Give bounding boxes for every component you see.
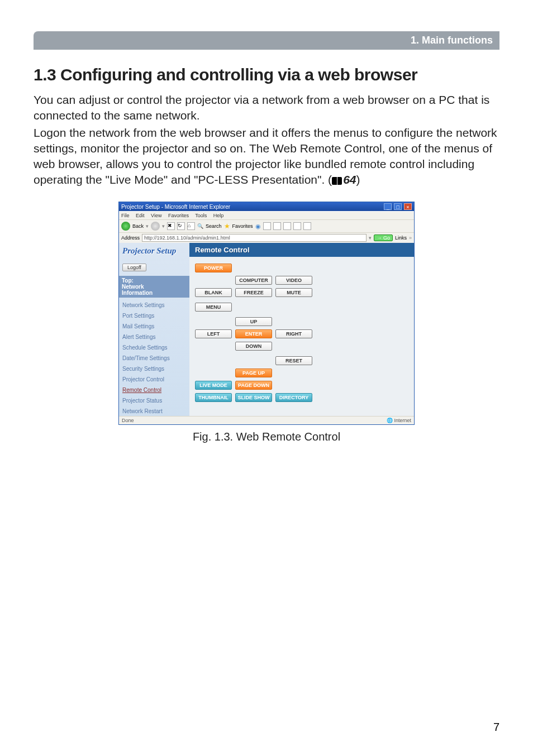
sidebar-head-information: Information [122, 290, 187, 296]
minimize-icon[interactable]: _ [384, 203, 392, 210]
address-label: Address [121, 235, 140, 241]
back-icon[interactable] [121, 222, 130, 231]
sidebar-list: Network Settings Port Settings Mail Sett… [122, 300, 186, 417]
sidebar-item-datetime-settings[interactable]: Date/Time Settings [122, 353, 186, 363]
livemode-button[interactable]: LIVE MODE [195, 381, 232, 390]
mute-button[interactable]: MUTE [275, 288, 312, 297]
main-panel: Remote Control POWER COMPUTERVIDEO BLANK… [189, 243, 414, 416]
paragraph-1: You can adjust or control the projector … [34, 92, 499, 123]
sidebar-head-network: Network [122, 284, 187, 290]
ie-toolbar: Back ▾ ▾ ✖ ↻ ⌂ 🔍 Search ★ Favorites ◉ [119, 219, 414, 233]
status-right-text: Internet [394, 418, 411, 423]
ie-title-text: Projector Setup - Microsoft Internet Exp… [121, 204, 230, 210]
print-icon[interactable] [283, 222, 291, 230]
sidebar-item-network-settings[interactable]: Network Settings [122, 300, 186, 310]
menu-edit[interactable]: Edit [136, 213, 145, 218]
refresh-icon[interactable]: ↻ [177, 222, 185, 230]
go-label: Go [383, 235, 390, 241]
menu-button[interactable]: MENU [195, 303, 232, 312]
paragraph-2b: ) [356, 173, 360, 186]
sidebar-item-schedule-settings[interactable]: Schedule Settings [122, 342, 186, 353]
sidebar: Projector Setup Logoff Top: Network Info… [119, 243, 189, 416]
section-heading: 1.3 Configuring and controlling via a we… [34, 65, 499, 84]
status-left: Done [122, 418, 134, 423]
panel-title: Remote Control [189, 243, 414, 257]
figure-caption: Fig. 1.3. Web Remote Control [118, 430, 415, 443]
home-icon[interactable]: ⌂ [187, 222, 195, 230]
forward-icon[interactable] [151, 222, 160, 231]
up-button[interactable]: UP [235, 317, 272, 326]
power-button[interactable]: POWER [195, 264, 232, 272]
status-right: 🌐 Internet [387, 418, 411, 423]
pageup-button[interactable]: PAGE UP [235, 369, 272, 377]
search-text[interactable]: Search [206, 223, 222, 229]
go-button[interactable]: → Go [374, 235, 393, 241]
menu-help[interactable]: Help [213, 213, 224, 218]
page-number: 7 [493, 721, 499, 734]
sidebar-item-mail-settings[interactable]: Mail Settings [122, 321, 186, 332]
menu-file[interactable]: File [121, 213, 130, 218]
favorites-icon[interactable]: ★ [224, 222, 230, 230]
history-icon[interactable] [263, 222, 271, 230]
computer-button[interactable]: COMPUTER [235, 276, 272, 285]
thumbnail-button[interactable]: THUMBNAIL [195, 393, 232, 402]
pagedown-button[interactable]: PAGE DOWN [235, 381, 272, 390]
ie-content: Projector Setup Logoff Top: Network Info… [119, 243, 414, 416]
sidebar-title: Projector Setup [122, 246, 186, 256]
slideshow-button[interactable]: SLIDE SHOW [235, 393, 272, 402]
freeze-button[interactable]: FREEZE [235, 288, 272, 297]
sidebar-item-port-settings[interactable]: Port Settings [122, 310, 186, 321]
page-ref: 64 [343, 173, 356, 186]
sidebar-item-projector-control[interactable]: Projector Control [122, 374, 186, 385]
paragraph-2a: Logon the network from the web browser a… [34, 126, 497, 185]
maximize-icon[interactable]: □ [394, 203, 402, 210]
menu-favorites[interactable]: Favorites [168, 213, 189, 218]
sidebar-header: Top: Network Information [119, 276, 189, 298]
video-button[interactable]: VIDEO [275, 276, 312, 285]
reset-button[interactable]: RESET [275, 356, 312, 365]
sidebar-item-alert-settings[interactable]: Alert Settings [122, 332, 186, 342]
down-button[interactable]: DOWN [235, 342, 272, 351]
media-icon[interactable]: ◉ [255, 223, 261, 230]
close-icon[interactable]: × [404, 203, 412, 210]
sidebar-head-top: Top: [122, 277, 187, 284]
sidebar-item-projector-status[interactable]: Projector Status [122, 395, 186, 406]
window-buttons: _ □ × [383, 203, 412, 210]
left-button[interactable]: LEFT [195, 329, 232, 338]
sidebar-item-security-settings[interactable]: Security Settings [122, 363, 186, 374]
address-input[interactable]: http://192.168.1.10/admin/admin1.html [142, 234, 367, 242]
figure-screenshot: Projector Setup - Microsoft Internet Exp… [118, 202, 415, 443]
ie-addressbar: Address http://192.168.1.10/admin/admin1… [119, 233, 414, 243]
enter-button[interactable]: ENTER [235, 329, 272, 338]
menu-tools[interactable]: Tools [195, 213, 207, 218]
button-grid: POWER COMPUTERVIDEO BLANKFREEZEMUTE MENU… [189, 257, 414, 412]
ie-statusbar: Done 🌐 Internet [119, 416, 414, 424]
edit-icon[interactable] [293, 222, 301, 230]
sidebar-item-remote-control[interactable]: Remote Control [122, 385, 186, 395]
paragraph-2: Logon the network from the web browser a… [34, 125, 499, 187]
menu-view[interactable]: View [151, 213, 161, 218]
links-label[interactable]: Links [395, 235, 407, 241]
directory-button[interactable]: DIRECTORY [275, 393, 312, 402]
book-icon [332, 177, 342, 185]
discuss-icon[interactable] [303, 222, 311, 230]
sidebar-item-network-restart[interactable]: Network Restart [122, 406, 186, 417]
mail-icon[interactable] [273, 222, 281, 230]
search-label[interactable]: 🔍 [197, 223, 203, 229]
ie-menubar: File Edit View Favorites Tools Help [119, 211, 414, 219]
logoff-button[interactable]: Logoff [122, 264, 146, 271]
blank-button[interactable]: BLANK [195, 288, 232, 297]
ie-titlebar: Projector Setup - Microsoft Internet Exp… [119, 202, 414, 211]
stop-icon[interactable]: ✖ [167, 222, 175, 230]
ie-window: Projector Setup - Microsoft Internet Exp… [118, 202, 415, 425]
section-bar: 1. Main functions [34, 31, 499, 50]
right-button[interactable]: RIGHT [275, 329, 312, 338]
back-label[interactable]: Back [132, 223, 144, 229]
favorites-text[interactable]: Favorites [232, 223, 253, 229]
